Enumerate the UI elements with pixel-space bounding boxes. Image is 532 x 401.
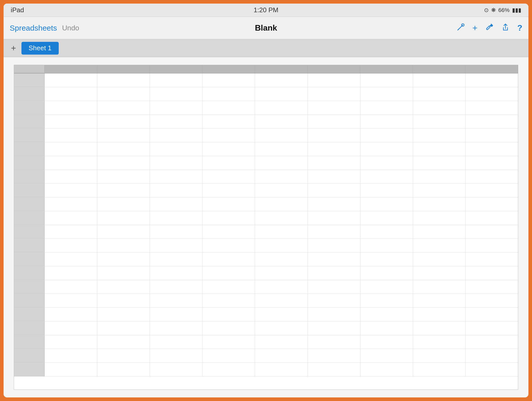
cell-r16-c5[interactable] xyxy=(255,280,308,294)
cell-r2-c4[interactable] xyxy=(202,87,255,101)
cell-r17-c6[interactable] xyxy=(308,294,360,307)
cell-r18-c7[interactable] xyxy=(360,308,413,321)
cell-r14-c1[interactable] xyxy=(45,253,97,266)
cell-r10-c7[interactable] xyxy=(360,197,413,211)
cell-r19-c2[interactable] xyxy=(97,321,150,335)
cell-r5-c9[interactable] xyxy=(466,129,518,142)
cell-r18-c3[interactable] xyxy=(150,308,202,321)
cell-r6-c1[interactable] xyxy=(45,142,97,156)
cell-r8-c6[interactable] xyxy=(308,170,360,183)
cell-r15-c9[interactable] xyxy=(466,266,518,280)
cell-r1-c4[interactable] xyxy=(202,73,255,87)
cell-r17-c1[interactable] xyxy=(45,294,97,307)
cell-r12-c7[interactable] xyxy=(360,225,413,239)
cell-r6-c4[interactable] xyxy=(202,142,255,156)
cell-r20-c8[interactable] xyxy=(413,335,466,349)
cell-r18-c1[interactable] xyxy=(45,308,97,321)
cell-r21-c5[interactable] xyxy=(255,349,308,362)
cell-r22-c6[interactable] xyxy=(308,363,360,376)
cell-r5-c6[interactable] xyxy=(308,129,360,142)
cell-r7-c4[interactable] xyxy=(202,156,255,170)
cell-r11-c1[interactable] xyxy=(45,211,97,225)
cell-r9-c8[interactable] xyxy=(413,184,466,197)
cell-r19-c1[interactable] xyxy=(45,321,97,335)
cell-r12-c2[interactable] xyxy=(97,225,150,239)
cell-r3-c7[interactable] xyxy=(360,101,413,115)
cell-r3-c6[interactable] xyxy=(308,101,360,115)
cell-r18-c6[interactable] xyxy=(308,308,360,321)
cell-r6-c9[interactable] xyxy=(466,142,518,156)
cell-r11-c8[interactable] xyxy=(413,211,466,225)
cell-r5-c5[interactable] xyxy=(255,129,308,142)
cell-r10-c3[interactable] xyxy=(150,197,202,211)
col-header-1[interactable] xyxy=(97,65,150,73)
cell-r10-c8[interactable] xyxy=(413,197,466,211)
cell-r9-c2[interactable] xyxy=(97,184,150,197)
cell-r22-c7[interactable] xyxy=(360,363,413,376)
cell-r5-c1[interactable] xyxy=(45,129,97,142)
cell-r18-c2[interactable] xyxy=(97,308,150,321)
cell-r5-c7[interactable] xyxy=(360,129,413,142)
cell-r8-c7[interactable] xyxy=(360,170,413,183)
cell-r17-c7[interactable] xyxy=(360,294,413,307)
cell-r10-c9[interactable] xyxy=(466,197,518,211)
cell-r17-c3[interactable] xyxy=(150,294,202,307)
cell-r18-c5[interactable] xyxy=(255,308,308,321)
col-header-8[interactable] xyxy=(465,65,518,73)
cell-r7-c7[interactable] xyxy=(360,156,413,170)
cell-r7-c6[interactable] xyxy=(308,156,360,170)
cell-r22-c1[interactable] xyxy=(45,363,97,376)
cell-r13-c7[interactable] xyxy=(360,239,413,252)
cell-r5-c3[interactable] xyxy=(150,129,202,142)
cell-r3-c3[interactable] xyxy=(150,101,202,115)
cell-r14-c6[interactable] xyxy=(308,253,360,266)
cell-r16-c6[interactable] xyxy=(308,280,360,294)
cell-r4-c7[interactable] xyxy=(360,115,413,128)
cell-r16-c4[interactable] xyxy=(202,280,255,294)
cell-r8-c4[interactable] xyxy=(202,170,255,183)
cell-r19-c3[interactable] xyxy=(150,321,202,335)
cell-r7-c5[interactable] xyxy=(255,156,308,170)
cell-r6-c8[interactable] xyxy=(413,142,466,156)
back-button[interactable]: Spreadsheets xyxy=(10,24,57,32)
cell-r6-c6[interactable] xyxy=(308,142,360,156)
cell-r20-c3[interactable] xyxy=(150,335,202,349)
cell-r15-c3[interactable] xyxy=(150,266,202,280)
cell-r21-c1[interactable] xyxy=(45,349,97,362)
cell-r1-c7[interactable] xyxy=(360,73,413,87)
cell-r14-c3[interactable] xyxy=(150,253,202,266)
cell-r17-c4[interactable] xyxy=(202,294,255,307)
cell-r14-c5[interactable] xyxy=(255,253,308,266)
cell-r17-c9[interactable] xyxy=(466,294,518,307)
cell-r12-c6[interactable] xyxy=(308,225,360,239)
cell-r9-c9[interactable] xyxy=(466,184,518,197)
cell-r2-c2[interactable] xyxy=(97,87,150,101)
col-header-7[interactable] xyxy=(413,65,465,73)
cell-r20-c6[interactable] xyxy=(308,335,360,349)
cell-r1-c5[interactable] xyxy=(255,73,308,87)
cell-r3-c8[interactable] xyxy=(413,101,466,115)
cell-r3-c4[interactable] xyxy=(202,101,255,115)
cell-r12-c4[interactable] xyxy=(202,225,255,239)
cell-r12-c9[interactable] xyxy=(466,225,518,239)
cell-r10-c6[interactable] xyxy=(308,197,360,211)
cell-r15-c6[interactable] xyxy=(308,266,360,280)
cell-r7-c2[interactable] xyxy=(97,156,150,170)
cell-r1-c2[interactable] xyxy=(97,73,150,87)
cell-r13-c1[interactable] xyxy=(45,239,97,252)
cell-r8-c3[interactable] xyxy=(150,170,202,183)
cell-r21-c2[interactable] xyxy=(97,349,150,362)
cell-r16-c1[interactable] xyxy=(45,280,97,294)
cell-r1-c6[interactable] xyxy=(308,73,360,87)
cell-r10-c2[interactable] xyxy=(97,197,150,211)
col-header-3[interactable] xyxy=(202,65,255,73)
share-icon[interactable] xyxy=(501,22,510,34)
col-header-0[interactable] xyxy=(45,65,97,73)
cell-r19-c8[interactable] xyxy=(413,321,466,335)
wrench-icon[interactable] xyxy=(485,22,494,34)
cell-r15-c4[interactable] xyxy=(202,266,255,280)
cell-r19-c9[interactable] xyxy=(466,321,518,335)
cell-r20-c1[interactable] xyxy=(45,335,97,349)
cell-r20-c9[interactable] xyxy=(466,335,518,349)
cell-r21-c3[interactable] xyxy=(150,349,202,362)
